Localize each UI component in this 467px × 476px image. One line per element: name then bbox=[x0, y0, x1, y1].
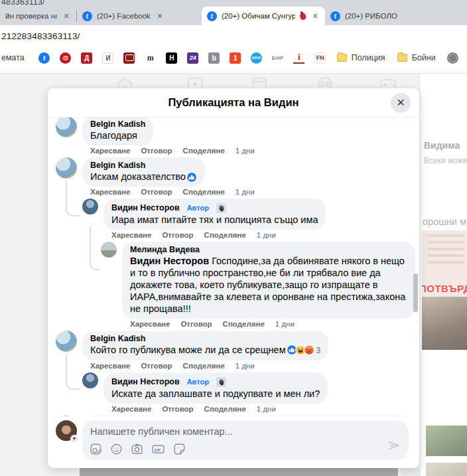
facebook-favicon-icon: f bbox=[330, 11, 340, 21]
comment-bubble: Belgin Kadish Който го публикува може ли… bbox=[82, 331, 328, 360]
comment-author[interactable]: Видин Несторов bbox=[111, 203, 180, 213]
like-action[interactable]: Харесване bbox=[130, 320, 170, 329]
reply-action[interactable]: Отговор bbox=[141, 362, 172, 370]
actualno-favicon[interactable]: @ bbox=[60, 52, 71, 64]
bookmark-folder-boyni[interactable]: Бойни bbox=[397, 53, 436, 62]
avatar-sticker-icon[interactable] bbox=[90, 443, 101, 455]
avatar[interactable] bbox=[56, 118, 77, 137]
mention-link[interactable]: Видин Несторов bbox=[130, 256, 209, 266]
author-badge: Автор bbox=[184, 376, 212, 388]
reaction-badge[interactable] bbox=[188, 172, 197, 183]
comment-timestamp[interactable]: 1 дни bbox=[235, 188, 255, 197]
reply-action[interactable]: Отговор bbox=[141, 147, 172, 155]
info-favicon[interactable]: i bbox=[293, 52, 304, 64]
share-action[interactable]: Споделяне bbox=[204, 405, 246, 414]
comment-timestamp[interactable]: 1 дни bbox=[257, 405, 276, 414]
comment-author[interactable]: Belgin Kadish bbox=[90, 161, 197, 171]
scrollbar-thumb[interactable] bbox=[413, 274, 418, 312]
like-action[interactable]: Харесване bbox=[90, 188, 130, 197]
emoji-icon[interactable] bbox=[111, 443, 122, 455]
comment-timestamp[interactable]: 1 дни bbox=[257, 231, 276, 240]
like-action[interactable]: Харесване bbox=[90, 147, 130, 155]
chevron-down-icon[interactable]: ▾ bbox=[70, 435, 78, 443]
fn-favicon[interactable]: FN bbox=[314, 52, 326, 64]
section-heading: орошни му bbox=[423, 216, 467, 227]
avatar[interactable] bbox=[82, 198, 98, 214]
facebook-page-dimmed: Видима Всеки може орошни му ПОТВЪРДЕН Пу… bbox=[0, 74, 467, 476]
url-text: 212283483363113/ bbox=[1, 31, 80, 41]
browser-tab-2[interactable]: f (20+) Facebook × bbox=[77, 7, 202, 25]
author-badge: Автор bbox=[184, 202, 212, 214]
gif-icon[interactable]: GIF bbox=[152, 443, 165, 455]
browser-tab-1[interactable]: йн проверка на право × bbox=[0, 7, 76, 25]
reply-action[interactable]: Отговор bbox=[162, 405, 193, 414]
comment-timestamp[interactable]: 1 дни bbox=[235, 147, 255, 155]
reaction-badge[interactable]: 3 bbox=[289, 345, 321, 357]
comment-author[interactable]: Belgin Kadish bbox=[90, 334, 320, 344]
pepper-emoji-icon bbox=[299, 11, 307, 20]
comment-author[interactable]: Видин Несторов bbox=[111, 377, 180, 387]
reply-action[interactable]: Отговор bbox=[180, 320, 212, 329]
camera-icon[interactable] bbox=[131, 443, 143, 455]
tab-close-icon[interactable]: × bbox=[62, 11, 71, 21]
nova-favicon[interactable]: NOVA bbox=[251, 52, 262, 64]
like-action[interactable]: Харесване bbox=[111, 405, 151, 414]
globe-icon[interactable] bbox=[447, 52, 458, 64]
comment: Никола Николов Голяма гордост да качиш п… bbox=[56, 416, 409, 416]
bookmark-label-partial[interactable]: емата bbox=[1, 53, 25, 62]
avatar[interactable] bbox=[56, 416, 77, 416]
comment-timestamp[interactable]: 1 дни bbox=[275, 320, 295, 329]
bookmark-folder-policia[interactable]: Полиция bbox=[337, 53, 385, 62]
comment-input[interactable] bbox=[90, 426, 382, 437]
avatar[interactable] bbox=[82, 372, 98, 388]
reply-action[interactable]: Отговор bbox=[141, 188, 172, 197]
comment-input-container[interactable]: GIF bbox=[82, 420, 409, 460]
avatar[interactable] bbox=[56, 157, 77, 179]
24-favicon[interactable]: 24 bbox=[187, 52, 198, 64]
folder-icon bbox=[337, 54, 347, 62]
address-bar[interactable]: 212283483363113/ bbox=[0, 25, 467, 46]
avatar[interactable] bbox=[101, 242, 117, 258]
post-dialog: Публикацията на Видин × Belgin Kadish Бл… bbox=[48, 88, 419, 468]
comment-reply: Видин Несторов Автор Искате да заплашват… bbox=[82, 372, 409, 414]
share-action[interactable]: Споделяне bbox=[204, 231, 246, 240]
chat-favicon[interactable] bbox=[123, 52, 135, 64]
comment: Belgin Kadish Който го публикува може ли… bbox=[56, 331, 409, 370]
h-favicon[interactable]: H bbox=[166, 52, 177, 64]
comment-author[interactable]: Belgin Kadish bbox=[90, 119, 145, 129]
comment-bubble: Belgin Kadish Благодаря bbox=[82, 118, 153, 145]
browser-tab-4[interactable]: f (20+) РИБОЛО bbox=[325, 7, 467, 25]
comment-text: Искате да заплашвате и подкупвате и мен … bbox=[111, 388, 320, 400]
comment-author[interactable]: Мелинда Видева bbox=[130, 245, 407, 255]
composer-avatar[interactable]: ▾ bbox=[56, 420, 77, 441]
like-action[interactable]: Харесване bbox=[111, 231, 151, 240]
bnr-favicon[interactable]: БНР bbox=[272, 52, 283, 64]
share-action[interactable]: Споделяне bbox=[183, 362, 225, 370]
sticker-icon[interactable] bbox=[174, 443, 185, 455]
comment-actions: Харесване Отговор Споделяне 1 дни bbox=[111, 405, 328, 414]
one-favicon[interactable]: 1 bbox=[230, 52, 241, 64]
share-action[interactable]: Споделяне bbox=[183, 147, 225, 155]
tab-close-icon[interactable]: × bbox=[310, 11, 320, 21]
browser-tab-active[interactable]: f (20+) Обичам Сунгурларе × bbox=[202, 7, 325, 25]
comment-timestamp[interactable]: 1 дни bbox=[235, 362, 255, 370]
avatar[interactable] bbox=[56, 331, 77, 352]
share-action[interactable]: Споделяне bbox=[223, 320, 265, 329]
i-site-favicon[interactable]: И bbox=[102, 52, 113, 64]
like-action[interactable]: Харесване bbox=[90, 362, 130, 370]
dialog-title: Публикацията на Видин bbox=[168, 96, 299, 109]
comments-list[interactable]: Belgin Kadish Благодаря Харесване Отгово… bbox=[48, 118, 419, 416]
tab-close-icon[interactable]: × bbox=[155, 11, 165, 21]
like-reaction-icon bbox=[186, 172, 197, 183]
m-favicon[interactable]: m bbox=[145, 52, 156, 64]
comment-bubble: Мелинда Видева Видин Несторов Господине,… bbox=[122, 242, 415, 319]
comment-text: Искам доказателство bbox=[90, 171, 197, 183]
b-favicon[interactable]: b bbox=[208, 52, 220, 64]
share-action[interactable]: Споделяне bbox=[183, 188, 225, 197]
comment-text: Който го публикува може ли да се срещнем… bbox=[90, 344, 320, 357]
close-button[interactable]: × bbox=[391, 93, 411, 113]
facebook-favicon[interactable]: f bbox=[38, 52, 50, 64]
reply-action[interactable]: Отговор bbox=[162, 231, 193, 240]
send-icon[interactable] bbox=[388, 439, 400, 451]
d-favicon[interactable]: Д bbox=[81, 52, 92, 64]
